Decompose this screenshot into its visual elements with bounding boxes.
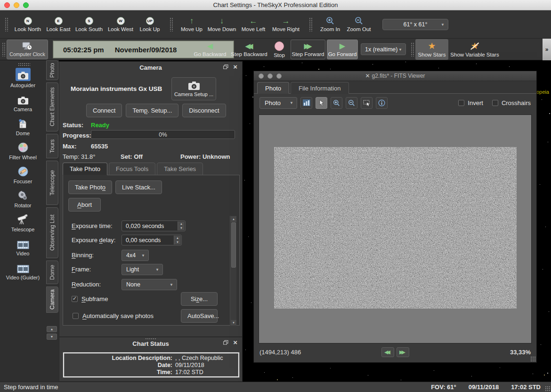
tab-camera[interactable]: Camera [46, 286, 58, 313]
tab-tours[interactable]: Tours [46, 134, 58, 158]
sidebar-item-rotator[interactable]: Rotator [14, 188, 31, 208]
look-west-button[interactable]: W Look West [105, 12, 137, 37]
tab-photo[interactable]: Photo [46, 60, 58, 80]
sidebar-item-telescope[interactable]: Telescope [11, 212, 35, 232]
look-north-button[interactable]: N Look North [12, 12, 43, 37]
window-resize-grip[interactable] [530, 356, 535, 361]
subframe-checkbox[interactable] [72, 296, 78, 302]
disconnect-button[interactable]: Disconnect [182, 104, 226, 117]
stop-button[interactable]: Stop [269, 40, 289, 59]
computer-clock-button[interactable]: Computer Clock [7, 40, 48, 59]
float-panel-icon[interactable] [223, 65, 228, 69]
autosave-checkbox[interactable] [73, 313, 79, 319]
sidebar-grip-handle[interactable] [18, 63, 30, 66]
toolbar-overflow-button[interactable]: » [543, 39, 551, 60]
next-image-button[interactable]: ▶▶ [397, 347, 409, 357]
sidebar-item-video-guider[interactable]: Video (Guider) [6, 260, 40, 280]
fits-titlebar[interactable]: ✕g2.fits* - FITS Viewer [254, 71, 536, 81]
abort-button[interactable]: Abort [68, 198, 101, 212]
invert-checkbox-group[interactable]: Invert [458, 99, 483, 106]
camera-device-name: Moravian instruments Gx USB [71, 85, 162, 92]
connect-button[interactable]: Connect [86, 104, 122, 117]
move-up-button[interactable]: ↑ Move Up [177, 12, 206, 37]
zoom-out-button[interactable]: Zoom Out [344, 12, 374, 37]
show-variable-stars-button[interactable]: ★ Show Variable Stars [450, 40, 499, 59]
spin-up-icon[interactable]: ▲ [174, 236, 181, 240]
zoom-in-button[interactable] [331, 97, 342, 109]
step-backward-button[interactable]: ◀◀ Step Backward [230, 40, 268, 59]
zoom-in-button[interactable]: Zoom In [316, 12, 344, 37]
sidebar-item-filter-wheel[interactable]: Filter Wheel [9, 140, 37, 160]
close-panel-icon[interactable]: × [233, 339, 237, 346]
tab-scroll-up-button[interactable]: ▲ [47, 326, 57, 332]
zoom-out-button[interactable] [346, 97, 357, 109]
camera-setup-button[interactable]: Camera Setup ... [171, 77, 216, 100]
look-east-button[interactable]: E Look East [43, 12, 73, 37]
tab-photo[interactable]: Photo [257, 82, 289, 94]
invert-checkbox[interactable] [458, 100, 464, 106]
toolbar-grip-handle[interactable] [411, 42, 414, 57]
sidebar-item-camera[interactable]: Camera [14, 92, 32, 112]
tab-take-series[interactable]: Take Series [157, 163, 203, 175]
histogram-button[interactable] [300, 97, 312, 109]
tab-focus-tools[interactable]: Focus Tools [109, 163, 155, 175]
previous-image-button[interactable]: ◀◀ [381, 347, 394, 357]
frame-dropdown[interactable]: Light ▼ [122, 264, 163, 275]
move-down-button[interactable]: ↓ Move Down [206, 12, 237, 37]
toolbar-grip-handle[interactable] [170, 17, 173, 32]
toolbar-grip-handle[interactable] [2, 42, 6, 57]
float-panel-icon[interactable] [223, 340, 228, 345]
spin-up-icon[interactable]: ▲ [178, 221, 185, 226]
spin-down-icon[interactable]: ▼ [178, 226, 185, 231]
move-right-button[interactable]: → Move Right [269, 12, 302, 37]
toolbar-grip-handle[interactable] [5, 17, 8, 32]
tab-scroll-down-button[interactable]: ▼ [47, 334, 57, 340]
star-icon: ★ [428, 41, 436, 50]
sidebar-item-video[interactable]: Video [16, 236, 30, 256]
info-button[interactable] [376, 97, 388, 109]
show-stars-button[interactable]: ★ Show Stars [415, 39, 448, 60]
reduction-dropdown[interactable]: None ▼ [122, 279, 177, 290]
field-of-view-dropdown[interactable]: 61° x 61° ▼ [382, 19, 448, 30]
look-up-button[interactable]: UP Look Up [137, 12, 163, 37]
exposure-delay-field[interactable]: 0,00 seconds ▲ ▼ [122, 235, 182, 245]
sidebar-item-focuser[interactable]: Focuser [14, 164, 32, 184]
exposure-delay-stepper[interactable]: ▲ ▼ [174, 236, 181, 245]
move-left-button[interactable]: ← Move Left [237, 12, 269, 37]
autosave-button[interactable]: AutoSave... [181, 309, 218, 323]
take-photo-button[interactable]: Take Photo [68, 180, 112, 194]
close-panel-icon[interactable]: × [233, 64, 237, 70]
size-button[interactable]: Size... [181, 292, 218, 306]
window-resize-grip[interactable] [545, 386, 550, 391]
scroll-up-icon[interactable]: ▲ [231, 216, 236, 222]
tab-telescope[interactable]: Telescope [46, 161, 58, 205]
step-forward-button[interactable]: ▶▶ Step Forward [291, 40, 325, 59]
tab-file-information[interactable]: File Information [291, 82, 349, 94]
region-select-button[interactable] [361, 97, 373, 109]
sidebar-item-autoguider[interactable]: Autoguider [10, 68, 35, 88]
sidebar-item-dome[interactable]: Dome [16, 116, 30, 136]
form-scrollbar[interactable]: ▲ ▼ [230, 216, 236, 326]
tab-dome[interactable]: Dome [46, 261, 58, 284]
photo-mode-dropdown[interactable]: Photo ▼ [259, 97, 297, 109]
scrollbar-thumb[interactable] [231, 222, 236, 268]
go-forward-button[interactable]: ▶ Go Forward [327, 40, 358, 59]
temp-setup-button[interactable]: Temp. Setup... [126, 104, 178, 117]
scroll-down-icon[interactable]: ▼ [231, 320, 236, 326]
binning-dropdown[interactable]: 4x4 ▼ [122, 250, 149, 261]
go-backward-button[interactable]: ◀ Go Backward [192, 40, 228, 59]
fits-image-canvas[interactable] [259, 114, 532, 343]
exposure-time-field[interactable]: 0,020 seconds ▲ ▼ [122, 220, 186, 231]
toolbar-grip-handle[interactable] [309, 17, 313, 32]
tab-observing-list[interactable]: Observing List [46, 207, 58, 258]
time-rate-dropdown[interactable]: 1x (realtime) ▼ [361, 43, 406, 55]
look-south-button[interactable]: S Look South [73, 12, 105, 37]
crosshairs-checkbox[interactable] [492, 100, 498, 106]
crosshairs-checkbox-group[interactable]: Crosshairs [492, 99, 531, 106]
spin-down-icon[interactable]: ▼ [174, 240, 181, 245]
tab-chart-elements[interactable]: Chart Elements [46, 82, 58, 131]
live-stack-button[interactable]: Live Stack... [115, 180, 162, 194]
exposure-time-stepper[interactable]: ▲ ▼ [178, 221, 185, 230]
pointer-tool-button[interactable] [316, 97, 327, 109]
tab-take-photo[interactable]: Take Photo [63, 163, 107, 175]
